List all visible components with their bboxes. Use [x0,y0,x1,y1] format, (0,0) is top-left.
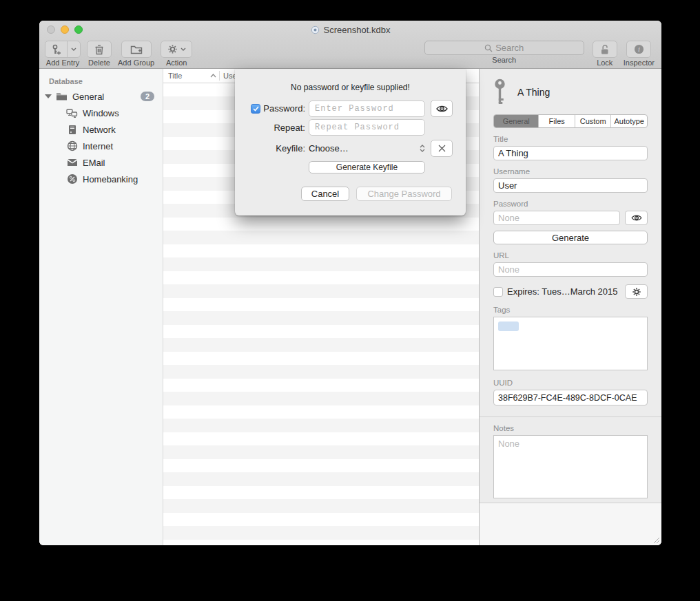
add-entry-label: Add Entry [46,59,79,67]
sidebar-item-label: Homebanking [83,174,138,184]
password-row: Password: [235,100,466,117]
change-password-button[interactable]: Change Password [356,187,452,201]
tab-general[interactable]: General [494,115,538,127]
tab-autotype[interactable]: Autotype [610,115,647,127]
keyfile-popup[interactable]: Choose… [309,143,425,154]
keyfile-label: Keyfile: [276,143,305,154]
action-label: Action [166,59,187,67]
reveal-password-button[interactable] [431,100,453,117]
tags-field[interactable] [493,317,648,370]
sheet-message: No password or keyfile supplied! [235,83,466,92]
uuid-input[interactable] [493,390,648,405]
add-group-item: Add Group [118,41,154,67]
sidebar-item-general[interactable]: General 2 [39,88,163,105]
expires-checkbox[interactable] [493,287,503,297]
inspector-panel: A Thing General Files Custom Autotype Ti… [479,69,661,545]
lock-item: Lock [593,41,617,67]
reveal-password-button[interactable] [625,211,648,225]
sidebar-item-label: Network [83,125,116,135]
lock-button[interactable] [593,41,617,58]
search-input[interactable]: Search [424,41,584,55]
chevron-down-icon [181,48,186,51]
url-label: URL [493,251,648,260]
sort-ascending-icon[interactable] [210,74,216,78]
sidebar-item-windows[interactable]: Windows [39,105,163,121]
eye-icon [436,105,448,113]
add-group-label: Add Group [118,59,154,67]
unlock-icon [599,44,610,55]
action-button[interactable] [161,41,192,58]
sidebar-item-network[interactable]: Network [39,121,163,138]
window-chrome: Screenshot.kdbx Add Entry D [39,21,661,69]
section-divider [480,417,661,417]
sidebar-item-email[interactable]: EMail [39,154,163,171]
keyfile-row: Keyfile: Choose… [235,140,466,157]
sidebar-item-label: General [72,92,104,102]
inspector-tabs: General Files Custom Autotype [493,114,648,128]
delete-button[interactable] [87,41,112,58]
password-input[interactable] [309,101,425,117]
entry-header: A Thing [493,78,648,106]
search-placeholder: Search [495,43,524,53]
password-checkbox[interactable] [251,104,260,114]
windows-icon [66,108,78,118]
sheet-buttons: Cancel Change Password [301,187,452,201]
zoom-button[interactable] [74,25,83,34]
close-icon [438,145,446,152]
eye-icon [631,214,642,222]
server-icon [66,125,78,135]
search-label: Search [492,56,516,64]
sidebar-item-internet[interactable]: Internet [39,138,163,154]
trash-icon [94,44,104,55]
add-entry-dropdown[interactable] [67,41,80,57]
password-label: Password [493,200,648,208]
tab-files[interactable]: Files [538,115,575,127]
sidebar-item-label: EMail [83,158,105,168]
resize-grip[interactable] [653,537,660,544]
expires-settings-button[interactable] [625,284,648,299]
inspector-button[interactable]: i [626,41,651,58]
expires-row: Expires: Tues…March 2015 [493,284,648,299]
toolbar: Add Entry Delete Add Group Action [39,39,661,69]
add-entry-button[interactable] [45,41,81,58]
tab-custom[interactable]: Custom [575,115,611,127]
expires-label: Expires: Tues…March 2015 [507,286,617,297]
repeat-password-input[interactable] [309,119,425,136]
notes-textarea[interactable] [493,435,648,498]
count-badge: 2 [141,92,154,101]
column-divider[interactable] [219,71,220,81]
cancel-button[interactable]: Cancel [301,187,349,201]
tag-chip[interactable] [498,321,519,331]
envelope-icon [66,158,78,167]
search-icon [484,44,493,52]
title-label: Title [493,135,648,143]
inspector-label: Inspector [624,59,655,67]
inspector-item: i Inspector [624,41,655,67]
add-group-button[interactable] [121,41,152,58]
sidebar: Database General 2 Windows Network [39,69,163,545]
traffic-lights [47,25,83,34]
document-proxy-icon[interactable] [311,25,320,34]
titlebar[interactable]: Screenshot.kdbx [39,21,661,39]
minimize-button[interactable] [61,25,69,34]
column-header-title[interactable]: Title [168,72,210,80]
username-input[interactable] [493,178,648,193]
globe-icon [66,140,78,151]
stepper-icon [420,145,425,152]
generate-password-button[interactable]: Generate [493,231,648,244]
delete-label: Delete [88,59,110,67]
percent-icon [66,173,78,184]
check-icon [253,106,259,112]
url-input[interactable] [493,262,648,277]
clear-keyfile-button[interactable] [431,140,453,157]
sidebar-item-label: Internet [83,141,113,151]
key-plus-icon[interactable] [45,41,67,57]
title-input[interactable] [493,146,648,160]
window-title: Screenshot.kdbx [324,25,391,35]
inspector-footer [480,503,661,545]
password-input[interactable] [493,211,620,225]
close-button[interactable] [47,25,55,34]
generate-keyfile-button[interactable]: Generate Keyfile [309,161,425,173]
disclosure-triangle-icon[interactable] [45,94,52,98]
sidebar-item-homebanking[interactable]: Homebanking [39,171,163,187]
